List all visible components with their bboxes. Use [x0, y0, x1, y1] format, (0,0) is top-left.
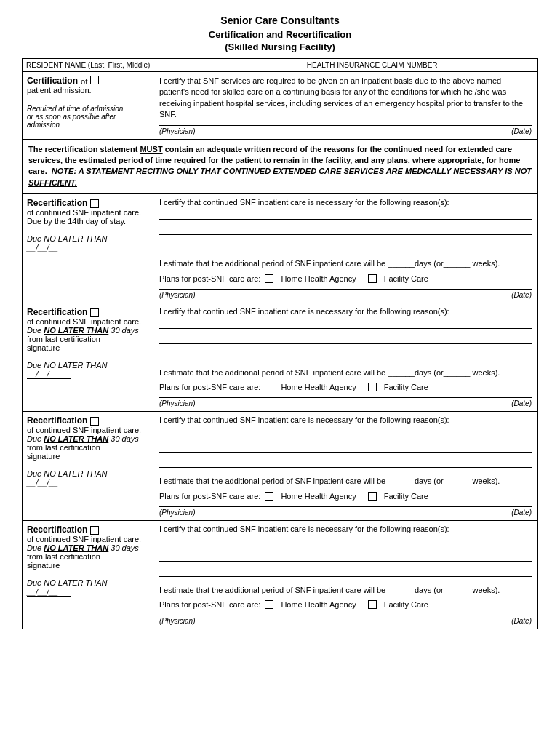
cert-left: Certification of patient admission. Requ… — [23, 72, 153, 139]
recert-plans-4: Plans for post-SNF care are: Home Health… — [159, 600, 532, 609]
recert-left-1: Recertification of continued SNF inpatie… — [23, 194, 153, 303]
recert-date-label-2: (Date) — [511, 399, 532, 407]
recert-estimate-4: I estimate that the additional period of… — [159, 584, 532, 597]
recert-line1-2[interactable] — [159, 316, 532, 329]
recert-due-label-4: Due NO LATER THAN — [27, 578, 148, 587]
recert-line2-4[interactable] — [159, 549, 532, 562]
recert-physician-label-1: (Physician) — [159, 291, 195, 299]
plans-text-2: Plans for post-SNF care are: — [159, 383, 260, 391]
facility-care-checkbox-2[interactable] — [368, 383, 377, 391]
recert-section-2: Recertification of continued SNF inpatie… — [22, 303, 538, 413]
recert-reason-1: I certify that continued SNF inpatient c… — [159, 198, 532, 207]
recert-line3-3[interactable] — [159, 455, 532, 468]
recert-plans-1: Plans for post-SNF care are: Home Health… — [159, 274, 532, 283]
recert-right-2: I certify that continued SNF inpatient c… — [153, 303, 537, 412]
recert-due-date-3: __/__/__ — [27, 478, 71, 487]
recert-estimate-2: I estimate that the additional period of… — [159, 367, 532, 379]
recert-line2-1[interactable] — [159, 222, 532, 235]
cert-checkbox[interactable] — [90, 76, 99, 84]
recert-plans-2: Plans for post-SNF care are: Home Health… — [159, 383, 532, 391]
notice-block: The recertification statement MUST conta… — [22, 140, 538, 194]
notice-text1: The recertification statement — [28, 145, 140, 154]
cert-required3: admission — [27, 121, 148, 129]
facility-care-label-3: Facility Care — [384, 492, 428, 501]
recert-phys-date-1: (Physician) (Date) — [159, 289, 532, 299]
recert-title-1: Recertification — [27, 198, 87, 208]
certification-section: Certification of patient admission. Requ… — [22, 72, 538, 140]
home-health-label-2: Home Health Agency — [281, 383, 356, 391]
resident-name-label: RESIDENT NAME (Last, First, Middle) — [23, 59, 303, 71]
recert-left-3: Recertification of continued SNF inpatie… — [23, 412, 153, 520]
recert-line2-3[interactable] — [159, 439, 532, 453]
recert-phys-date-4: (Physician) (Date) — [159, 615, 532, 625]
notice-sufficient: SUFFICIENT. — [28, 178, 77, 187]
recert-reason-3: I certify that continued SNF inpatient c… — [159, 415, 532, 424]
recert-line3-1[interactable] — [159, 237, 532, 250]
home-health-label-3: Home Health Agency — [281, 492, 356, 501]
recert-due-label-2: Due NO LATER THAN — [27, 361, 148, 370]
date-label: (Date) — [511, 127, 532, 135]
recert-container: Recertification of continued SNF inpatie… — [22, 194, 538, 629]
header-row: RESIDENT NAME (Last, First, Middle) HEAL… — [22, 58, 538, 72]
insurance-claim-label: HEALTH INSURANCE CLAIM NUMBER — [303, 59, 537, 71]
recert-checkbox-4[interactable] — [90, 526, 99, 535]
recert-estimate-1: I estimate that the additional period of… — [159, 258, 532, 270]
recert-plans-3: Plans for post-SNF care are: Home Health… — [159, 492, 532, 501]
cert-patient: patient admission. — [27, 86, 148, 95]
recert-phys-date-2: (Physician) (Date) — [159, 397, 532, 407]
recert-line1-1[interactable] — [159, 207, 532, 220]
page-title: Senior Care Consultants — [22, 15, 538, 26]
facility-care-checkbox-4[interactable] — [368, 600, 377, 609]
recert-title-2: Recertification — [27, 307, 87, 317]
recert-left-2: Recertification of continued SNF inpatie… — [23, 303, 153, 412]
recert-line3-4[interactable] — [159, 564, 532, 577]
recert-left-4: Recertification of continued SNF inpatie… — [23, 521, 153, 629]
recert-due-label-3: Due NO LATER THAN — [27, 469, 148, 478]
recert-line3-2[interactable] — [159, 346, 532, 359]
facility-care-checkbox-1[interactable] — [368, 274, 377, 283]
recert-right-3: I certify that continued SNF inpatient c… — [153, 412, 537, 520]
home-health-checkbox-2[interactable] — [265, 383, 273, 391]
recert-date-label-1: (Date) — [511, 291, 532, 299]
cert-required2: or as soon as possible after — [27, 113, 148, 121]
page-subtitle: Certification and Recertification — [22, 29, 538, 40]
recert-physician-label-2: (Physician) — [159, 399, 195, 407]
facility-care-label-1: Facility Care — [384, 274, 428, 283]
cert-of: of — [81, 77, 87, 86]
recert-right-1: I certify that continued SNF inpatient c… — [153, 194, 537, 303]
cert-required1: Required at time of admission — [27, 105, 148, 113]
home-health-label-1: Home Health Agency — [281, 274, 356, 283]
recert-physician-label-4: (Physician) — [159, 617, 195, 625]
plans-text-1: Plans for post-SNF care are: — [159, 274, 260, 283]
home-health-checkbox-3[interactable] — [265, 492, 273, 501]
recert-right-4: I certify that continued SNF inpatient c… — [153, 521, 537, 629]
recert-due-date-4: __/__/__ — [27, 587, 71, 597]
recert-physician-label-3: (Physician) — [159, 509, 195, 517]
recert-date-label-3: (Date) — [511, 509, 532, 517]
recert-due-label-1: Due NO LATER THAN — [27, 234, 148, 243]
facility-care-label-2: Facility Care — [384, 383, 428, 391]
recert-phys-date-3: (Physician) (Date) — [159, 506, 532, 517]
recert-section-3: Recertification of continued SNF inpatie… — [22, 412, 538, 521]
cert-title: Certification — [27, 76, 78, 86]
recert-reason-4: I certify that continued SNF inpatient c… — [159, 525, 532, 533]
phys-date: (Physician) (Date) — [159, 125, 532, 135]
recert-line1-3[interactable] — [159, 424, 532, 437]
notice-note: NOTE: A STATEMENT RECITING ONLY THAT CON… — [49, 167, 532, 175]
home-health-checkbox-4[interactable] — [265, 600, 273, 609]
plans-text-4: Plans for post-SNF care are: — [159, 600, 260, 609]
recert-line1-4[interactable] — [159, 533, 532, 546]
plans-text-3: Plans for post-SNF care are: — [159, 492, 260, 501]
cert-right: I certify that SNF services are required… — [153, 72, 537, 139]
recert-due-date-1: __/__/__ — [27, 243, 71, 252]
facility-care-checkbox-3[interactable] — [368, 492, 377, 501]
recert-date-label-4: (Date) — [511, 617, 532, 625]
home-health-checkbox-1[interactable] — [265, 274, 273, 283]
recert-checkbox-1[interactable] — [90, 199, 99, 208]
physician-label: (Physician) — [159, 127, 195, 135]
recert-checkbox-3[interactable] — [90, 417, 99, 426]
recert-reason-2: I certify that continued SNF inpatient c… — [159, 307, 532, 316]
recert-checkbox-2[interactable] — [90, 308, 99, 317]
recert-due-date-2: __/__/__ — [27, 370, 71, 379]
recert-line2-2[interactable] — [159, 331, 532, 344]
